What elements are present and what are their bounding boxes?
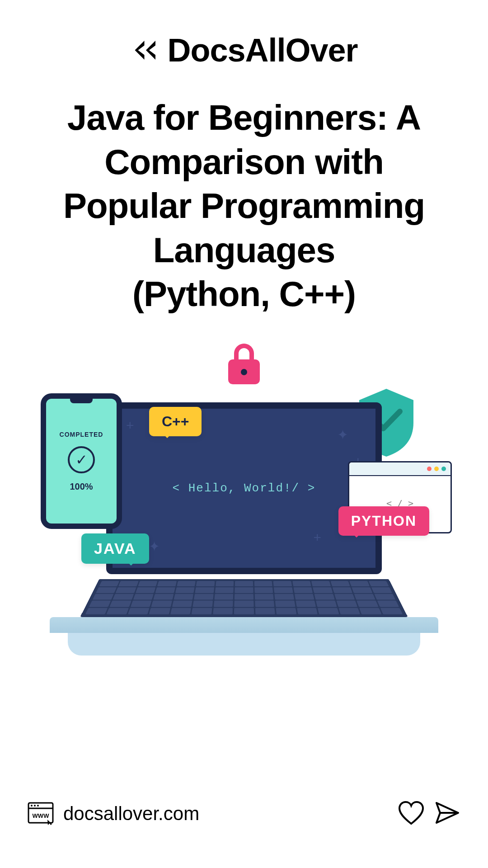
www-icon: WWW <box>27 802 54 826</box>
header: DocsAllOver <box>0 0 488 69</box>
brand-name: DocsAllOver <box>167 32 357 69</box>
svg-text:WWW: WWW <box>33 812 50 819</box>
badge-java: JAVA <box>81 533 149 564</box>
footer: WWW docsallover.com <box>0 800 488 827</box>
phone-device: COMPLETED ✓ 100% <box>41 393 122 529</box>
svg-point-2 <box>31 805 33 807</box>
page-title: Java for Beginners: A Comparison with Po… <box>0 69 488 316</box>
screen-code-text: < Hello, World!/ > <box>173 481 316 495</box>
send-icon[interactable] <box>434 800 461 827</box>
lock-icon <box>228 344 260 384</box>
title-line: (Python, C++) <box>27 272 461 316</box>
svg-point-4 <box>37 805 39 807</box>
title-line: Popular Programming <box>27 184 461 228</box>
laptop-base <box>68 628 420 656</box>
heart-icon[interactable] <box>398 800 425 827</box>
checkmark-icon: ✓ <box>68 446 95 473</box>
laptop-keyboard <box>80 579 408 617</box>
title-line: Comparison with <box>27 140 461 184</box>
title-line: Languages <box>27 228 461 273</box>
badge-python: PYTHON <box>338 506 429 536</box>
title-line: Java for Beginners: A <box>27 96 461 140</box>
website-url: docsallover.com <box>63 803 199 825</box>
footer-left: WWW docsallover.com <box>27 802 199 826</box>
phone-completed-label: COMPLETED <box>60 431 103 438</box>
hero-illustration: + ✦ ✦ + + < Hello, World!/ > COMPLETED ✓… <box>45 339 443 656</box>
footer-actions <box>398 800 461 827</box>
badge-cpp: C++ <box>149 407 202 436</box>
svg-point-3 <box>34 805 36 807</box>
brand-logo-icon <box>130 34 162 66</box>
phone-percent: 100% <box>70 481 93 492</box>
